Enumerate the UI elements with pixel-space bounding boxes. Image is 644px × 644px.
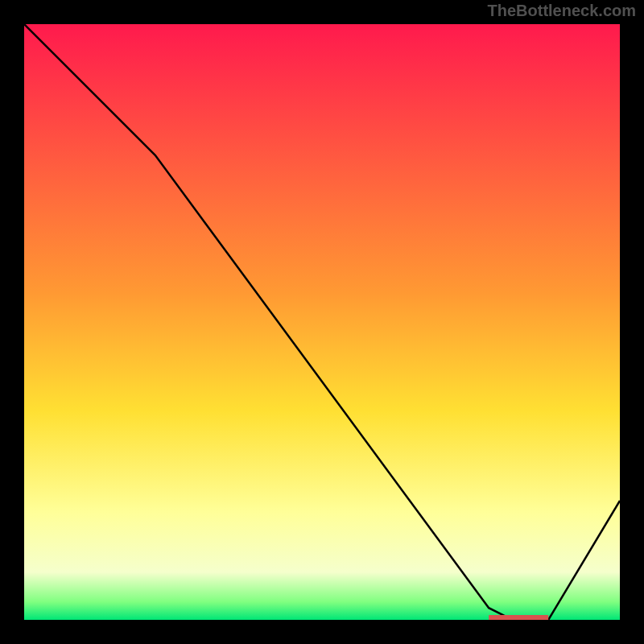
- watermark-text: TheBottleneck.com: [488, 2, 636, 20]
- bottleneck-curve: [24, 24, 620, 620]
- gradient-background: [24, 24, 620, 620]
- chart-svg: [24, 24, 620, 620]
- optimal-marker: [489, 615, 548, 620]
- chart-area: [24, 24, 620, 620]
